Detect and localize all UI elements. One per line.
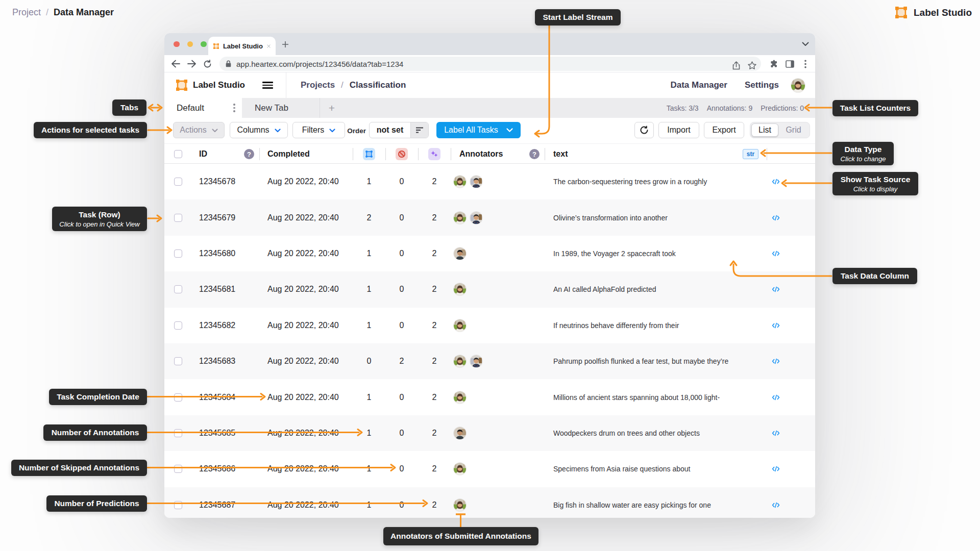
row-checkbox[interactable]: [174, 357, 182, 365]
show-source-icon[interactable]: [772, 343, 780, 379]
row-checkbox[interactable]: [174, 178, 182, 186]
reload-icon[interactable]: [201, 55, 213, 72]
show-source-icon[interactable]: [772, 308, 780, 343]
show-source-icon[interactable]: [772, 415, 780, 451]
row-checkbox[interactable]: [174, 249, 182, 258]
table-row[interactable]: 12345683 Aug 20 2022, 20:40 0 2 2 Pahrum…: [164, 343, 815, 379]
chevron-down-icon[interactable]: [506, 128, 513, 133]
app-breadcrumb-projects[interactable]: Projects: [301, 80, 335, 90]
bookmark-star-icon[interactable]: [748, 57, 756, 74]
row-checkbox[interactable]: [174, 465, 182, 473]
table-row[interactable]: 12345680 Aug 20 2022, 20:40 1 0 2 In 198…: [164, 236, 815, 271]
add-tab-button[interactable]: +: [324, 98, 339, 118]
skipped-count: 0: [400, 271, 404, 307]
callout-title: Task List Counters: [840, 104, 911, 113]
column-header-completed[interactable]: Completed: [267, 144, 310, 164]
table-row[interactable]: 12345682 Aug 20 2022, 20:40 1 0 2 If neu…: [164, 308, 815, 343]
tabstrip-chevron[interactable]: [802, 33, 809, 55]
close-window-button[interactable]: [174, 41, 180, 47]
brand: Label Studio: [895, 7, 972, 18]
callout-title: Number of Skipped Annotations: [19, 463, 139, 472]
predictions-column-icon[interactable]: [428, 148, 440, 160]
table-row[interactable]: 12345684 Aug 20 2022, 20:40 1 0 2 Millio…: [164, 379, 815, 415]
predictions-count: 2: [432, 199, 437, 235]
row-checkbox[interactable]: [174, 393, 182, 402]
show-source-icon[interactable]: [772, 487, 780, 518]
back-icon[interactable]: [169, 55, 182, 72]
browser-tab[interactable]: Label Studio: [208, 37, 276, 55]
sidepanel-icon[interactable]: [786, 55, 794, 72]
import-button[interactable]: Import: [658, 122, 699, 138]
skipped-annotations-column-icon[interactable]: [396, 148, 408, 160]
row-checkbox[interactable]: [174, 285, 182, 293]
breadcrumb-project[interactable]: Project: [12, 7, 41, 18]
minimize-window-button[interactable]: [187, 41, 193, 47]
row-checkbox[interactable]: [174, 501, 182, 509]
url-text: app.heartex.com/projects/123456/data?tab…: [236, 57, 403, 71]
view-grid-button[interactable]: Grid: [778, 126, 808, 135]
row-checkbox[interactable]: [174, 321, 182, 330]
data-type-badge[interactable]: str: [743, 149, 758, 159]
maximize-window-button[interactable]: [201, 41, 207, 47]
annotations-count-column-icon[interactable]: [363, 148, 375, 160]
tab-new-tab[interactable]: New Tab: [242, 98, 320, 118]
show-source-icon[interactable]: [772, 164, 780, 199]
refresh-button[interactable]: [634, 122, 654, 138]
id-help-icon[interactable]: ?: [244, 149, 254, 159]
share-icon[interactable]: [732, 57, 740, 74]
extensions-puzzle-icon[interactable]: [770, 55, 778, 72]
column-header-id[interactable]: ID: [199, 144, 207, 164]
app-breadcrumb-current: Classification: [350, 80, 406, 90]
app-logo-icon[interactable]: [176, 80, 187, 91]
skipped-count: 2: [400, 343, 404, 379]
filters-button[interactable]: Filters: [292, 122, 345, 138]
tab-default[interactable]: Default: [164, 98, 242, 118]
table-row[interactable]: 12345686 Aug 20 2022, 20:40 1 0 2 Specim…: [164, 451, 815, 487]
table-row[interactable]: 12345687 Aug 20 2022, 20:40 1 0 2 Big fi…: [164, 487, 815, 518]
order-control[interactable]: not set: [369, 122, 429, 138]
show-source-icon[interactable]: [772, 199, 780, 235]
table-row[interactable]: 12345685 Aug 20 2022, 20:40 1 0 2 Woodpe…: [164, 415, 815, 451]
tab-options-kebab-icon[interactable]: [230, 102, 239, 114]
tab-close-icon[interactable]: [267, 43, 271, 49]
show-source-icon[interactable]: [772, 451, 780, 487]
nav-settings[interactable]: Settings: [745, 80, 779, 90]
annotations-count: 1: [367, 379, 372, 415]
show-source-icon[interactable]: [772, 236, 780, 271]
browser-menu-kebab-icon[interactable]: [804, 55, 806, 72]
user-avatar[interactable]: [791, 79, 805, 92]
annotator-avatars: [454, 308, 466, 343]
actions-button[interactable]: Actions: [173, 122, 225, 138]
toolbar: Actions Columns Filters Order not set La…: [164, 118, 815, 143]
new-tab-button[interactable]: [282, 33, 289, 55]
select-all-checkbox[interactable]: [174, 150, 182, 158]
sort-order-icon[interactable]: [410, 122, 428, 138]
callout-annotators-submitted: Annotators of Submitted Annotations: [383, 527, 538, 545]
show-source-icon[interactable]: [772, 271, 780, 307]
row-checkbox[interactable]: [174, 214, 182, 222]
label-all-tasks-button[interactable]: Label All Tasks: [436, 122, 521, 138]
table-row[interactable]: 12345681 Aug 20 2022, 20:40 1 0 2 An AI …: [164, 271, 815, 307]
column-header-annotators[interactable]: Annotators: [459, 144, 503, 164]
view-list-button[interactable]: List: [751, 123, 778, 137]
show-source-icon[interactable]: [772, 379, 780, 415]
table-row[interactable]: 12345679 Aug 20 2022, 20:40 2 0 2 Olivin…: [164, 199, 815, 235]
export-button[interactable]: Export: [704, 122, 744, 138]
nav-data-manager[interactable]: Data Manager: [670, 80, 727, 90]
column-header-text[interactable]: text: [553, 144, 568, 164]
annotators-help-icon[interactable]: ?: [529, 149, 540, 159]
row-checkbox[interactable]: [174, 429, 182, 437]
forward-icon[interactable]: [186, 55, 198, 72]
callout-start-label-stream: Start Label Stream: [535, 9, 621, 26]
column-divider: [418, 148, 419, 160]
hamburger-menu-icon[interactable]: [262, 82, 273, 89]
columns-button[interactable]: Columns: [230, 122, 288, 138]
app-name[interactable]: Label Studio: [193, 72, 245, 98]
url-bar[interactable]: app.heartex.com/projects/123456/data?tab…: [219, 57, 761, 71]
table-row[interactable]: 12345678 Aug 20 2022, 20:40 1 0 2 The ca…: [164, 164, 815, 199]
breadcrumb-current: Data Manager: [54, 7, 114, 18]
callout-title: Task Data Column: [841, 271, 909, 281]
chevron-down-icon: [802, 42, 809, 46]
counter-tasks: Tasks: 3/3: [667, 104, 699, 112]
window-controls: [174, 33, 207, 55]
